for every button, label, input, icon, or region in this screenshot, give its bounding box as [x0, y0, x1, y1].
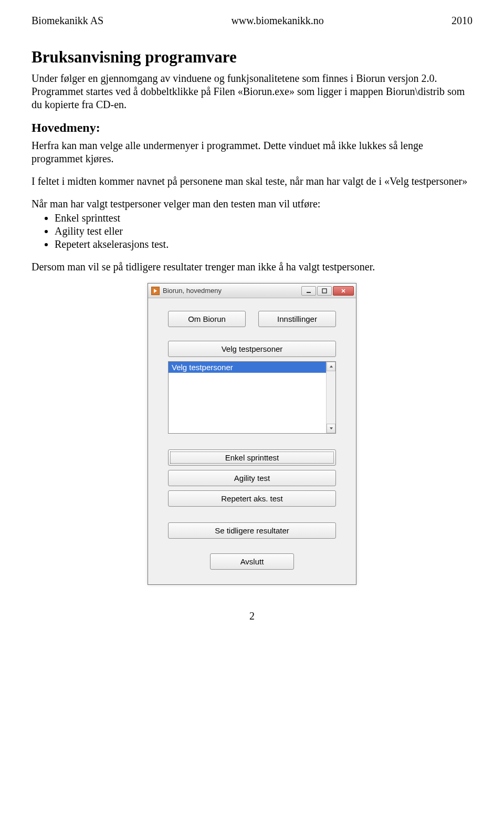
- paragraph-2: Herfra kan man velge alle undermenyer i …: [32, 139, 472, 165]
- sprinttest-button[interactable]: Enkel sprinttest: [168, 449, 336, 466]
- previous-results-button[interactable]: Se tidligere resultater: [168, 522, 336, 539]
- header-right: 2010: [452, 15, 472, 27]
- chevron-up-icon: [329, 364, 333, 369]
- app-icon: [151, 287, 160, 295]
- minimize-button[interactable]: [301, 286, 316, 296]
- svg-marker-5: [330, 365, 333, 368]
- scroll-down-button[interactable]: [327, 424, 335, 433]
- test-list: Enkel sprinttest Agility test eller Repe…: [55, 212, 472, 251]
- svg-marker-0: [154, 289, 157, 293]
- window-title: Biorun, hovedmeny: [163, 287, 300, 295]
- svg-rect-1: [307, 292, 311, 293]
- settings-button[interactable]: Innstillinger: [258, 311, 336, 327]
- header-center: www.biomekanikk.no: [231, 15, 323, 27]
- header-left: Biomekanikk AS: [32, 15, 103, 27]
- listbox-scrollbar[interactable]: [326, 362, 335, 433]
- dialog-body: Om Biorun Innstillinger Velg testpersone…: [148, 298, 356, 584]
- testers-listbox[interactable]: Velg testpersoner: [168, 361, 336, 434]
- about-button[interactable]: Om Biorun: [168, 311, 246, 327]
- close-button[interactable]: [333, 286, 354, 296]
- list-item: Enkel sprinttest: [55, 212, 472, 225]
- chevron-down-icon: [329, 426, 333, 431]
- list-item: Agility test eller: [55, 225, 472, 238]
- agility-test-button[interactable]: Agility test: [168, 470, 336, 486]
- intro-paragraph: Under følger en gjennomgang av vinduene …: [32, 72, 472, 111]
- page-number: 2: [32, 610, 472, 622]
- svg-rect-2: [322, 289, 327, 293]
- repetert-aks-button[interactable]: Repetert aks. test: [168, 490, 336, 507]
- top-button-row: Om Biorun Innstillinger: [168, 311, 336, 327]
- listbox-item[interactable]: Velg testpersoner: [169, 362, 326, 373]
- maximize-button[interactable]: [317, 286, 332, 296]
- minimize-icon: [306, 288, 311, 293]
- listbox-items: Velg testpersoner: [169, 362, 326, 433]
- page-title: Bruksanvisning programvare: [32, 48, 472, 67]
- titlebar[interactable]: Biorun, hovedmeny: [148, 284, 356, 298]
- paragraph-4: Når man har valgt testpersoner velger ma…: [32, 197, 472, 211]
- window-buttons: [300, 286, 354, 296]
- quit-button[interactable]: Avslutt: [210, 553, 294, 570]
- paragraph-5: Dersom man vil se på tidligere resultate…: [32, 260, 472, 274]
- section-hovedmeny: Hovedmeny:: [32, 121, 472, 135]
- scroll-up-button[interactable]: [327, 362, 335, 371]
- maximize-icon: [322, 288, 327, 293]
- list-item: Repetert akselerasjons test.: [55, 238, 472, 251]
- paragraph-3: I feltet i midten kommer navnet på perso…: [32, 175, 472, 188]
- test-button-group: Enkel sprinttest Agility test Repetert a…: [168, 449, 336, 507]
- close-icon: [341, 288, 346, 293]
- select-testers-button[interactable]: Velg testpersoner: [168, 341, 336, 357]
- dialog-container: Biorun, hovedmeny Om Biorun Innstillinge…: [32, 283, 472, 585]
- doc-header: Biomekanikk AS www.biomekanikk.no 2010: [32, 15, 472, 27]
- svg-marker-6: [330, 427, 333, 429]
- biorun-dialog: Biorun, hovedmeny Om Biorun Innstillinge…: [148, 283, 356, 585]
